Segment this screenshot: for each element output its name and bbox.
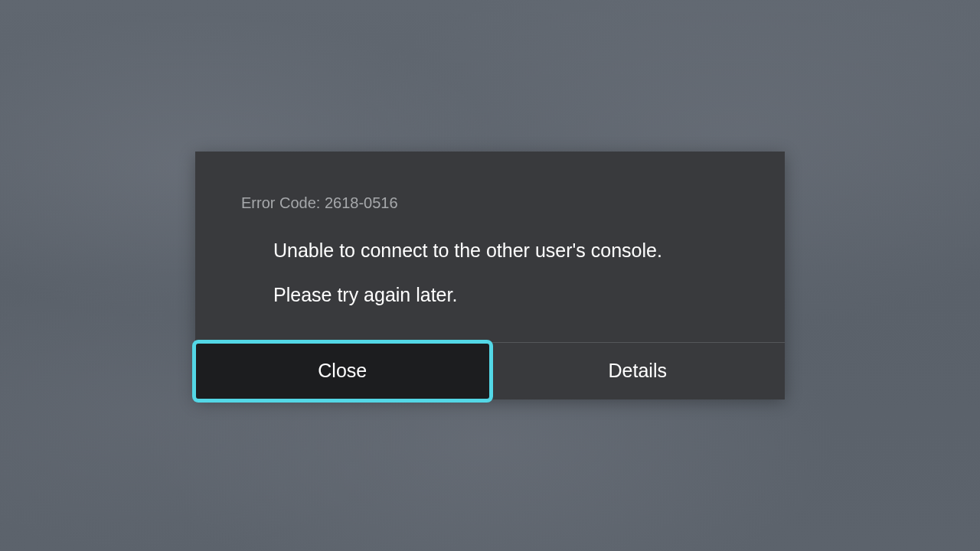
- details-button[interactable]: Details: [491, 343, 786, 399]
- backdrop: Error Code: 2618-0516 Unable to connect …: [0, 0, 980, 551]
- error-dialog: Error Code: 2618-0516 Unable to connect …: [195, 152, 785, 399]
- message-text-2: Please try again later.: [273, 282, 739, 308]
- close-button[interactable]: Close: [195, 343, 490, 399]
- message-text-1: Unable to connect to the other user's co…: [273, 238, 739, 264]
- message-block: Unable to connect to the other user's co…: [241, 238, 739, 308]
- dialog-body: Error Code: 2618-0516 Unable to connect …: [195, 152, 785, 342]
- error-code-label: Error Code: 2618-0516: [241, 194, 739, 212]
- button-row: Close Details: [195, 342, 785, 399]
